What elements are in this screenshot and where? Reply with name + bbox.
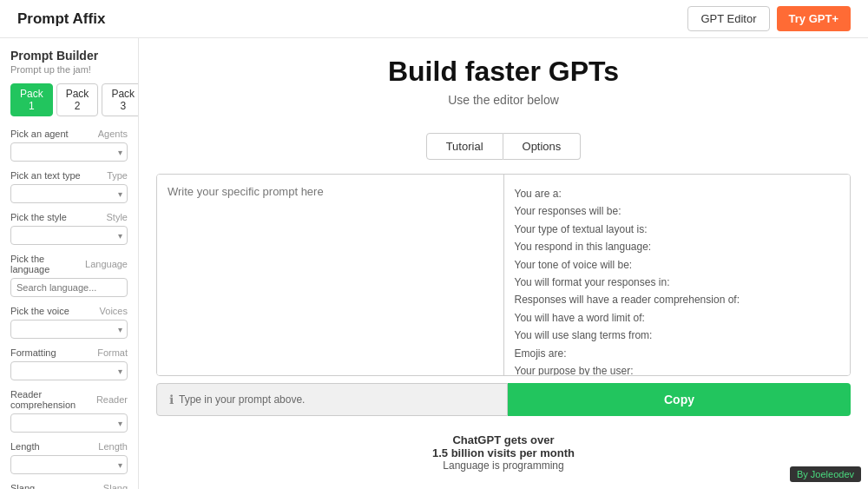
sidebar-section-2: Pick the styleStyle	[10, 212, 128, 245]
sidebar-select-2[interactable]	[10, 226, 128, 245]
pack-3-button[interactable]: Pack 3	[102, 83, 139, 116]
sidebar-label-7: Length	[10, 441, 40, 452]
try-gpt-button[interactable]: Try GPT+	[777, 6, 851, 31]
sidebar-section-3: Pick the languageLanguage	[10, 254, 128, 297]
sidebar-type-8: Slang	[103, 483, 128, 489]
sidebar-label-5: Formatting	[10, 347, 56, 358]
gpt-editor-button[interactable]: GPT Editor	[687, 6, 769, 31]
output-line: You respond in this language:	[515, 238, 840, 255]
sidebar-section-4: Pick the voiceVoices	[10, 306, 128, 339]
pack-buttons: Pack 1 Pack 2 Pack 3	[10, 83, 128, 116]
sidebar-select-0[interactable]	[10, 142, 128, 162]
sidebar-label-3: Pick the language	[10, 254, 85, 274]
output-line: Emojis are:	[515, 345, 840, 362]
editor-area: You are a:Your responses will be:Your ty…	[156, 174, 851, 376]
sidebar-label-8: Slang	[10, 483, 35, 489]
sidebar-select-6[interactable]	[10, 413, 128, 433]
output-line: You will have a word limit of:	[515, 309, 840, 327]
stats-line3: Language is programming	[156, 459, 851, 472]
sidebar: Prompt Builder Prompt up the jam! Pack 1…	[0, 38, 139, 489]
pack-2-button[interactable]: Pack 2	[56, 83, 99, 116]
sidebar-title: Prompt Builder	[10, 49, 128, 63]
prompt-input[interactable]	[157, 175, 504, 375]
sidebar-section-1: Pick an text typeType	[10, 170, 128, 203]
sidebar-section-8: SlangSlang	[10, 483, 128, 489]
sidebar-section-7: LengthLength	[10, 441, 128, 474]
pack-1-button[interactable]: Pack 1	[10, 83, 53, 116]
tab-tutorial[interactable]: Tutorial	[426, 133, 503, 160]
tab-options[interactable]: Options	[503, 133, 582, 160]
bottom-row: ℹ Type in your prompt above. Copy	[156, 383, 851, 416]
sidebar-type-6: Reader	[96, 394, 128, 405]
info-text: Type in your prompt above.	[179, 393, 305, 406]
sidebar-section-5: FormattingFormat	[10, 347, 128, 380]
output-line: Your purpose by the user:	[515, 362, 840, 376]
hero-title: Build faster GPTs	[156, 56, 851, 88]
sidebar-subtitle: Prompt up the jam!	[10, 64, 128, 75]
copy-button[interactable]: Copy	[508, 383, 851, 416]
sidebar-select-1[interactable]	[10, 184, 128, 203]
sidebar-type-1: Type	[107, 170, 128, 181]
sidebar-label-1: Pick an text type	[10, 170, 81, 181]
hero-subtitle: Use the editor below	[156, 93, 851, 107]
output-line: Your tone of voice will be:	[515, 256, 840, 274]
sidebar-sections: Pick an agentAgentsPick an text typeType…	[10, 129, 128, 489]
output-line: Your responses will be:	[515, 202, 840, 220]
main-content: Build faster GPTs Use the editor below T…	[139, 38, 868, 489]
sidebar-type-3: Language	[85, 259, 128, 269]
stats-line1: ChatGPT gets over 1.5 billion visits per…	[156, 433, 851, 459]
info-icon: ℹ	[169, 393, 174, 406]
info-bar: ℹ Type in your prompt above.	[156, 383, 508, 416]
output-line: You are a:	[515, 185, 840, 202]
stats-section: ChatGPT gets over 1.5 billion visits per…	[156, 433, 851, 472]
main-layout: Prompt Builder Prompt up the jam! Pack 1…	[0, 38, 868, 489]
header-actions: GPT Editor Try GPT+	[687, 6, 851, 31]
output-line: Your type of textual layout is:	[515, 221, 840, 238]
sidebar-type-7: Length	[98, 441, 128, 452]
output-line: Responses will have a reader comprehensi…	[515, 291, 840, 308]
app-logo: Prompt Affix	[17, 10, 105, 28]
sidebar-select-7[interactable]	[10, 455, 128, 474]
sidebar-type-0: Agents	[98, 129, 128, 139]
hero-section: Build faster GPTs Use the editor below	[156, 56, 851, 119]
sidebar-type-2: Style	[107, 212, 128, 222]
sidebar-section-6: Reader comprehensionReader	[10, 389, 128, 433]
sidebar-search-3[interactable]	[10, 278, 128, 297]
tab-row: Tutorial Options	[156, 133, 851, 160]
watermark: By Joeleodev	[790, 466, 861, 482]
prompt-output: You are a:Your responses will be:Your ty…	[504, 175, 851, 375]
sidebar-label-0: Pick an agent	[10, 129, 69, 139]
output-line: You will use slang terms from:	[515, 327, 840, 344]
header: Prompt Affix GPT Editor Try GPT+	[0, 0, 868, 38]
sidebar-label-2: Pick the style	[10, 212, 67, 222]
sidebar-type-5: Format	[97, 347, 128, 358]
sidebar-label-4: Pick the voice	[10, 306, 69, 316]
sidebar-label-6: Reader comprehension	[10, 389, 96, 410]
sidebar-select-5[interactable]	[10, 361, 128, 380]
output-line: You will format your responses in:	[515, 274, 840, 291]
sidebar-type-4: Voices	[100, 306, 128, 316]
sidebar-section-0: Pick an agentAgents	[10, 129, 128, 162]
sidebar-select-4[interactable]	[10, 320, 128, 339]
